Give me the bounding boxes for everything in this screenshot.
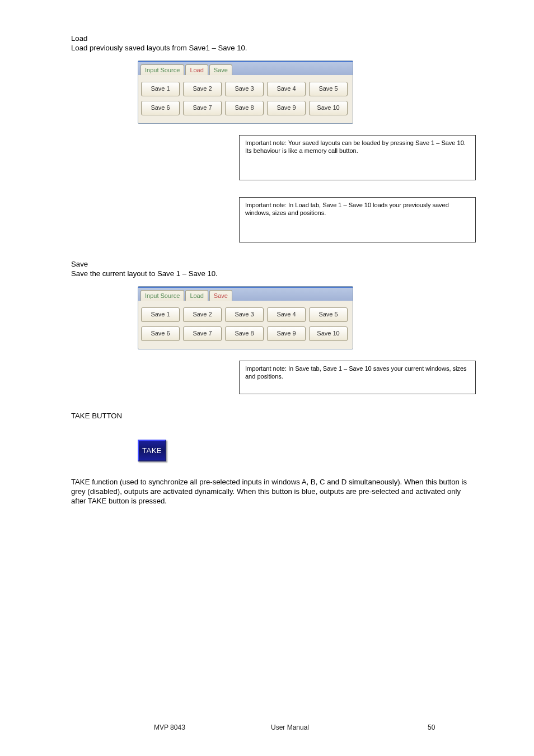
footer-page: 50	[428, 724, 435, 731]
load-slot-7[interactable]: Save 7	[183, 101, 222, 115]
save-slot-7[interactable]: Save 7	[183, 326, 222, 341]
save-desc: Save the current layout to Save 1 – Save…	[71, 269, 218, 278]
footer-center: User Manual	[271, 724, 428, 731]
note-box-3: Important note: In Save tab, Save 1 – Sa…	[239, 361, 476, 394]
footer-left: MVP 8043	[154, 724, 271, 731]
save-slot-4[interactable]: Save 4	[267, 307, 306, 322]
save-slot-5[interactable]: Save 5	[309, 307, 348, 322]
save-slot-3[interactable]: Save 3	[225, 307, 264, 322]
page-footer: MVP 8043 User Manual 50	[0, 724, 534, 731]
tab-save[interactable]: Save	[209, 64, 232, 75]
save-slot-9[interactable]: Save 9	[267, 326, 306, 341]
tab-save-b[interactable]: Save	[209, 290, 232, 301]
tab-load[interactable]: Load	[185, 64, 208, 75]
take-desc: TAKE function (used to synchronize all p…	[71, 477, 472, 506]
load-slot-9[interactable]: Save 9	[267, 101, 306, 115]
load-slot-1[interactable]: Save 1	[141, 82, 180, 96]
load-slot-8[interactable]: Save 8	[225, 101, 264, 115]
save-slot-6[interactable]: Save 6	[141, 326, 180, 341]
save-heading: Save	[71, 260, 88, 268]
note-box-1: Important note: Your saved layouts can b…	[239, 135, 476, 180]
load-slot-2[interactable]: Save 2	[183, 82, 222, 96]
save-slot-8[interactable]: Save 8	[225, 326, 264, 341]
tab-load-b[interactable]: Load	[185, 290, 208, 301]
tab-input-source-b[interactable]: Input Source	[140, 290, 184, 301]
note-box-2: Important note: In Load tab, Save 1 – Sa…	[239, 197, 476, 242]
save-slot-2[interactable]: Save 2	[183, 307, 222, 322]
load-heading: Load	[71, 34, 87, 43]
load-slot-3[interactable]: Save 3	[225, 82, 264, 96]
load-slot-10[interactable]: Save 10	[309, 101, 348, 115]
load-slot-5[interactable]: Save 5	[309, 82, 348, 96]
load-slot-4[interactable]: Save 4	[267, 82, 306, 96]
save-slot-10[interactable]: Save 10	[309, 326, 348, 341]
tabstrip-save: Input Source Load Save	[138, 287, 353, 301]
load-desc: Load previously saved layouts from Save1…	[71, 44, 247, 52]
save-slot-1[interactable]: Save 1	[141, 307, 180, 322]
take-button[interactable]: TAKE	[138, 440, 166, 461]
load-panel: Input Source Load Save Save 1 Save 2 Sav…	[138, 60, 353, 124]
load-slot-6[interactable]: Save 6	[141, 101, 180, 115]
take-heading: TAKE BUTTON	[71, 411, 472, 421]
tab-input-source[interactable]: Input Source	[140, 64, 184, 75]
save-panel: Input Source Load Save Save 1 Save 2 Sav…	[138, 286, 353, 349]
tabstrip-load: Input Source Load Save	[138, 61, 353, 75]
